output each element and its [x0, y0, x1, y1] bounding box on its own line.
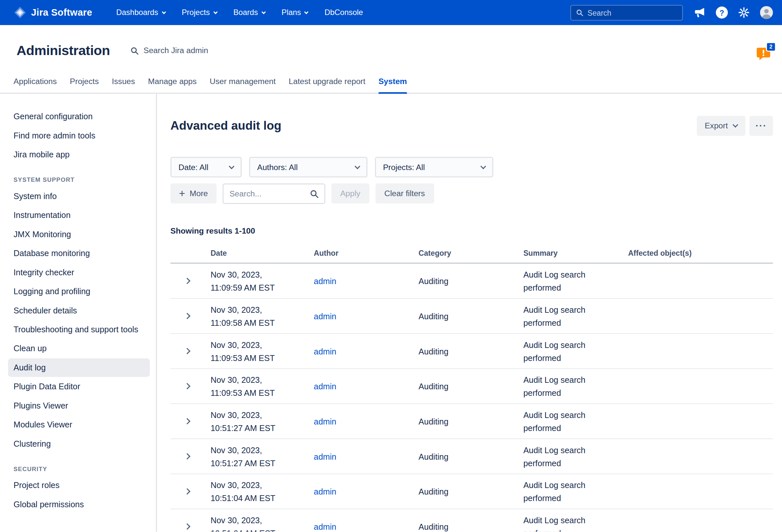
author-link[interactable]: admin	[314, 382, 336, 391]
brand-name: Jira Software	[31, 7, 92, 18]
expand-row-icon[interactable]	[184, 488, 190, 495]
expand-cell	[170, 349, 211, 353]
topnav-item-projects[interactable]: Projects	[182, 8, 217, 17]
author-link[interactable]: admin	[314, 347, 336, 356]
sidebar-item-modules-viewer[interactable]: Modules Viewer	[8, 415, 150, 434]
sidebar-item-general-configuration[interactable]: General configuration	[8, 107, 150, 126]
topnav-item-label: DbConsole	[324, 8, 363, 17]
sidebar-item-project-roles[interactable]: Project roles	[8, 476, 150, 495]
admin-search[interactable]: Search Jira admin	[130, 46, 208, 56]
sidebar-item-database-monitoring[interactable]: Database monitoring	[8, 244, 150, 262]
sidebar-item-global-permissions[interactable]: Global permissions	[8, 495, 150, 514]
tab-projects[interactable]: Projects	[70, 72, 99, 93]
date-filter-dropdown[interactable]: Date: All	[170, 157, 242, 178]
column-header-affected-object-s: Affected object(s)	[628, 249, 773, 257]
author-link[interactable]: admin	[314, 522, 336, 531]
sidebar-item-plugins-viewer[interactable]: Plugins Viewer	[8, 396, 150, 415]
admin-search-label: Search Jira admin	[143, 46, 208, 56]
expand-row-icon[interactable]	[184, 278, 190, 284]
sidebar-item-system-info[interactable]: System info	[8, 187, 150, 206]
author-link[interactable]: admin	[314, 417, 336, 426]
expand-cell	[170, 384, 211, 388]
expand-row-icon[interactable]	[184, 383, 190, 390]
cell-author: admin	[314, 274, 419, 287]
cell-category: Auditing	[419, 345, 524, 358]
cell-author: admin	[314, 450, 419, 463]
expand-row-icon[interactable]	[184, 418, 190, 425]
cell-date: Nov 30, 2023,11:09:53 AM EST	[211, 373, 314, 399]
cell-category: Auditing	[419, 310, 524, 322]
sidebar-section-header: SECURITY	[14, 465, 150, 473]
feedback-button[interactable]: 2	[756, 46, 771, 61]
projects-filter-dropdown[interactable]: Projects: All	[375, 157, 493, 178]
results-summary: Showing results 1-100	[170, 226, 773, 236]
page-head: Advanced audit log Export ···	[170, 116, 773, 136]
audit-search-input[interactable]	[229, 189, 306, 199]
tab-system[interactable]: System	[378, 72, 407, 93]
export-button[interactable]: Export	[697, 116, 746, 136]
user-avatar[interactable]	[760, 6, 773, 19]
clear-filters-button[interactable]: Clear filters	[376, 183, 434, 204]
sidebar-item-clustering[interactable]: Clustering	[8, 435, 150, 453]
topnav-search-input[interactable]	[588, 8, 677, 16]
notification-badge: 2	[766, 42, 776, 51]
sidebar-item-scheduler-details[interactable]: Scheduler details	[8, 302, 150, 320]
cell-summary: Audit Log search performed	[523, 373, 628, 399]
topnav-search[interactable]	[571, 5, 683, 21]
tab-latest-upgrade-report[interactable]: Latest upgrade report	[289, 72, 365, 93]
author-link[interactable]: admin	[314, 276, 336, 285]
topnav-item-plans[interactable]: Plans	[282, 8, 308, 17]
jira-home-link[interactable]: Jira Software	[14, 6, 92, 19]
sidebar-item-find-more-admin-tools[interactable]: Find more admin tools	[8, 127, 150, 145]
authors-filter-dropdown[interactable]: Authors: All	[249, 157, 367, 178]
sidebar-item-plugin-data-editor[interactable]: Plugin Data Editor	[8, 377, 150, 396]
expand-row-icon[interactable]	[184, 313, 190, 319]
expand-row-icon[interactable]	[184, 348, 190, 354]
administration-title: Administration	[16, 42, 110, 59]
expand-row-icon[interactable]	[184, 453, 190, 460]
sidebar-item-jmx-monitoring[interactable]: JMX Monitoring	[8, 225, 150, 244]
more-filters-button[interactable]: + More	[170, 183, 216, 204]
sidebar-item-integrity-checker[interactable]: Integrity checker	[8, 263, 150, 282]
tab-applications[interactable]: Applications	[14, 72, 57, 93]
sidebar-item-jira-mobile-app[interactable]: Jira mobile app	[8, 145, 150, 164]
cell-date: Nov 30, 2023,10:51:27 AM EST	[211, 444, 314, 469]
more-actions-button[interactable]: ···	[749, 116, 773, 136]
sidebar-item-clean-up[interactable]: Clean up	[8, 340, 150, 358]
author-link[interactable]: admin	[314, 452, 336, 461]
cell-author: admin	[314, 310, 419, 322]
settings-gear-icon[interactable]	[738, 6, 750, 19]
sidebar-item-instrumentation[interactable]: Instrumentation	[8, 206, 150, 224]
table-row: Nov 30, 2023,10:51:04 AM ESTadminAuditin…	[170, 474, 773, 509]
audit-log-table: DateAuthorCategorySummaryAffected object…	[170, 249, 773, 532]
author-link[interactable]: admin	[314, 487, 336, 496]
table-row: Nov 30, 2023,11:09:53 AM ESTadminAuditin…	[170, 369, 773, 404]
topnav-item-dashboards[interactable]: Dashboards	[116, 8, 165, 17]
expand-cell	[170, 489, 211, 494]
cell-category: Auditing	[419, 415, 524, 428]
cell-date: Nov 30, 2023,10:51:04 AM EST	[211, 478, 314, 504]
topnav-item-dbconsole[interactable]: DbConsole	[324, 8, 363, 17]
tab-manage-apps[interactable]: Manage apps	[148, 72, 197, 93]
column-header-category: Category	[419, 249, 524, 257]
tab-user-management[interactable]: User management	[210, 72, 276, 93]
expand-row-icon[interactable]	[184, 523, 190, 530]
help-icon[interactable]: ?	[716, 6, 728, 19]
sidebar-item-logging-and-profiling[interactable]: Logging and profiling	[8, 282, 150, 301]
expand-cell	[170, 279, 211, 283]
cell-date: Nov 30, 2023,11:09:59 AM EST	[211, 268, 314, 294]
cell-author: admin	[314, 485, 419, 498]
sidebar-item-troubleshooting-and-support-tools[interactable]: Troubleshooting and support tools	[8, 320, 150, 339]
apply-button[interactable]: Apply	[331, 183, 369, 204]
plus-icon: +	[179, 189, 185, 198]
audit-search[interactable]	[222, 183, 325, 204]
tab-issues[interactable]: Issues	[112, 72, 135, 93]
search-icon	[576, 9, 583, 16]
chevron-down-icon	[162, 10, 166, 14]
megaphone-icon[interactable]	[693, 6, 706, 19]
sidebar-item-audit-log[interactable]: Audit log	[8, 358, 150, 377]
topnav-item-boards[interactable]: Boards	[233, 8, 265, 17]
cell-category: Auditing	[419, 450, 524, 463]
author-link[interactable]: admin	[314, 312, 336, 321]
audit-table-body: Nov 30, 2023,11:09:59 AM ESTadminAuditin…	[170, 263, 773, 532]
